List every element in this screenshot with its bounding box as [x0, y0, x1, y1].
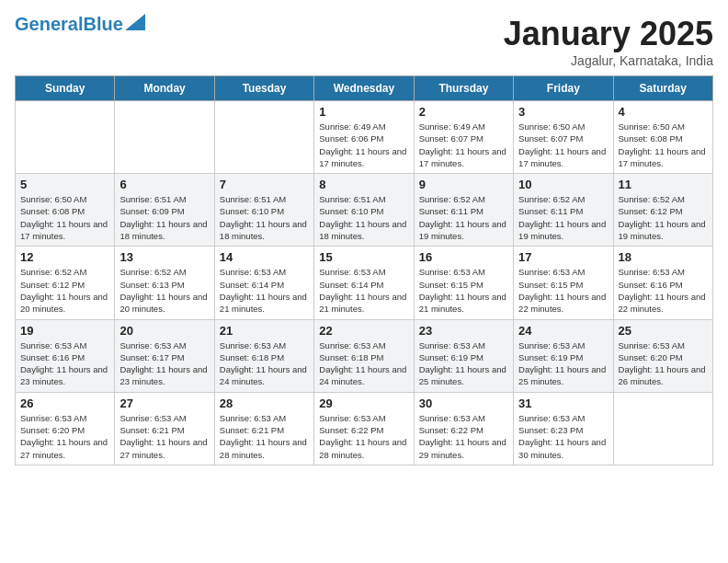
day-number: 4 — [619, 105, 708, 119]
calendar-day-cell: 1Sunrise: 6:49 AM Sunset: 6:06 PM Daylig… — [314, 101, 414, 174]
day-number: 28 — [220, 396, 309, 410]
day-info: Sunrise: 6:50 AM Sunset: 6:08 PM Dayligh… — [20, 193, 109, 242]
day-number: 6 — [119, 178, 209, 191]
day-number: 30 — [419, 396, 508, 410]
calendar-day-cell: 11Sunrise: 6:52 AM Sunset: 6:12 PM Dayli… — [613, 174, 712, 247]
day-info: Sunrise: 6:53 AM Sunset: 6:22 PM Dayligh… — [319, 412, 408, 461]
day-number: 7 — [220, 178, 309, 191]
day-number: 1 — [319, 105, 408, 119]
calendar-week-row: 12Sunrise: 6:52 AM Sunset: 6:12 PM Dayli… — [16, 247, 713, 319]
day-info: Sunrise: 6:51 AM Sunset: 6:10 PM Dayligh… — [220, 193, 309, 242]
calendar-day-cell: 2Sunrise: 6:49 AM Sunset: 6:07 PM Daylig… — [414, 101, 513, 174]
day-number: 16 — [419, 250, 508, 264]
day-number: 3 — [518, 105, 608, 119]
day-info: Sunrise: 6:52 AM Sunset: 6:12 PM Dayligh… — [20, 266, 109, 315]
calendar-day-cell: 5Sunrise: 6:50 AM Sunset: 6:08 PM Daylig… — [16, 174, 115, 247]
day-of-week-header: Sunday — [16, 76, 115, 101]
calendar-day-cell: 28Sunrise: 6:53 AM Sunset: 6:21 PM Dayli… — [214, 392, 313, 465]
calendar-day-cell: 26Sunrise: 6:53 AM Sunset: 6:20 PM Dayli… — [16, 392, 115, 465]
day-number: 25 — [619, 324, 708, 338]
day-info: Sunrise: 6:53 AM Sunset: 6:16 PM Dayligh… — [619, 266, 708, 315]
calendar-week-row: 1Sunrise: 6:49 AM Sunset: 6:06 PM Daylig… — [16, 101, 713, 174]
calendar-day-cell: 15Sunrise: 6:53 AM Sunset: 6:14 PM Dayli… — [314, 247, 414, 319]
day-number: 22 — [319, 324, 408, 338]
title-block: January 2025 Jagalur, Karnataka, India — [504, 15, 713, 68]
day-number: 18 — [619, 250, 708, 264]
day-number: 10 — [518, 178, 608, 191]
calendar-day-cell — [115, 101, 214, 174]
day-number: 27 — [119, 396, 209, 410]
day-info: Sunrise: 6:53 AM Sunset: 6:14 PM Dayligh… — [319, 266, 408, 315]
calendar-day-cell: 20Sunrise: 6:53 AM Sunset: 6:17 PM Dayli… — [115, 319, 214, 392]
calendar-day-cell: 30Sunrise: 6:53 AM Sunset: 6:22 PM Dayli… — [414, 392, 513, 465]
day-info: Sunrise: 6:53 AM Sunset: 6:20 PM Dayligh… — [619, 339, 708, 388]
day-info: Sunrise: 6:52 AM Sunset: 6:13 PM Dayligh… — [119, 266, 209, 315]
calendar-day-cell: 19Sunrise: 6:53 AM Sunset: 6:16 PM Dayli… — [16, 319, 115, 392]
calendar-day-cell: 23Sunrise: 6:53 AM Sunset: 6:19 PM Dayli… — [414, 319, 513, 392]
svg-marker-0 — [125, 14, 145, 30]
day-number: 9 — [419, 178, 508, 191]
day-info: Sunrise: 6:53 AM Sunset: 6:19 PM Dayligh… — [419, 339, 508, 388]
day-number: 11 — [619, 178, 708, 191]
calendar-day-cell: 22Sunrise: 6:53 AM Sunset: 6:18 PM Dayli… — [314, 319, 414, 392]
calendar-day-cell: 25Sunrise: 6:53 AM Sunset: 6:20 PM Dayli… — [613, 319, 712, 392]
calendar-day-cell: 16Sunrise: 6:53 AM Sunset: 6:15 PM Dayli… — [414, 247, 513, 319]
day-number: 2 — [419, 105, 508, 119]
day-info: Sunrise: 6:49 AM Sunset: 6:06 PM Dayligh… — [319, 121, 408, 169]
day-number: 21 — [220, 324, 309, 338]
calendar-day-cell: 17Sunrise: 6:53 AM Sunset: 6:15 PM Dayli… — [514, 247, 613, 319]
day-of-week-header: Saturday — [613, 76, 712, 101]
day-number: 13 — [119, 250, 209, 264]
day-number: 12 — [20, 250, 109, 264]
calendar-day-cell — [613, 392, 712, 465]
day-number: 8 — [319, 178, 408, 191]
calendar-day-cell: 31Sunrise: 6:53 AM Sunset: 6:23 PM Dayli… — [514, 392, 613, 465]
day-number: 24 — [518, 324, 608, 338]
day-info: Sunrise: 6:51 AM Sunset: 6:10 PM Dayligh… — [319, 193, 408, 242]
day-of-week-header: Thursday — [414, 76, 513, 101]
day-info: Sunrise: 6:53 AM Sunset: 6:19 PM Dayligh… — [518, 339, 608, 388]
day-number: 26 — [20, 396, 109, 410]
calendar-day-cell: 10Sunrise: 6:52 AM Sunset: 6:11 PM Dayli… — [514, 174, 613, 247]
logo-wing-icon — [125, 14, 145, 30]
day-info: Sunrise: 6:53 AM Sunset: 6:18 PM Dayligh… — [319, 339, 408, 388]
day-info: Sunrise: 6:53 AM Sunset: 6:21 PM Dayligh… — [220, 412, 309, 461]
day-info: Sunrise: 6:53 AM Sunset: 6:18 PM Dayligh… — [220, 339, 309, 388]
calendar-table: SundayMondayTuesdayWednesdayThursdayFrid… — [15, 75, 713, 465]
month-title: January 2025 — [504, 15, 713, 53]
day-info: Sunrise: 6:52 AM Sunset: 6:11 PM Dayligh… — [518, 193, 608, 242]
day-number: 17 — [518, 250, 608, 264]
day-info: Sunrise: 6:50 AM Sunset: 6:07 PM Dayligh… — [518, 121, 608, 169]
day-info: Sunrise: 6:53 AM Sunset: 6:22 PM Dayligh… — [419, 412, 508, 461]
day-info: Sunrise: 6:49 AM Sunset: 6:07 PM Dayligh… — [419, 121, 508, 169]
calendar-day-cell: 7Sunrise: 6:51 AM Sunset: 6:10 PM Daylig… — [214, 174, 313, 247]
calendar-day-cell: 18Sunrise: 6:53 AM Sunset: 6:16 PM Dayli… — [613, 247, 712, 319]
calendar-day-cell: 27Sunrise: 6:53 AM Sunset: 6:21 PM Dayli… — [115, 392, 214, 465]
day-number: 23 — [419, 324, 508, 338]
day-info: Sunrise: 6:53 AM Sunset: 6:14 PM Dayligh… — [220, 266, 309, 315]
day-info: Sunrise: 6:53 AM Sunset: 6:17 PM Dayligh… — [119, 339, 209, 388]
calendar-header-row: SundayMondayTuesdayWednesdayThursdayFrid… — [16, 76, 713, 101]
day-number: 19 — [20, 324, 109, 338]
page-header: GeneralBlue January 2025 Jagalur, Karnat… — [15, 15, 713, 68]
day-number: 15 — [319, 250, 408, 264]
calendar-day-cell: 29Sunrise: 6:53 AM Sunset: 6:22 PM Dayli… — [314, 392, 414, 465]
day-number: 20 — [119, 324, 209, 338]
day-info: Sunrise: 6:53 AM Sunset: 6:15 PM Dayligh… — [518, 266, 608, 315]
day-info: Sunrise: 6:53 AM Sunset: 6:16 PM Dayligh… — [20, 339, 109, 388]
calendar-day-cell: 6Sunrise: 6:51 AM Sunset: 6:09 PM Daylig… — [115, 174, 214, 247]
day-info: Sunrise: 6:53 AM Sunset: 6:21 PM Dayligh… — [119, 412, 209, 461]
day-info: Sunrise: 6:50 AM Sunset: 6:08 PM Dayligh… — [619, 121, 708, 169]
day-of-week-header: Wednesday — [314, 76, 414, 101]
day-of-week-header: Monday — [115, 76, 214, 101]
calendar-day-cell: 12Sunrise: 6:52 AM Sunset: 6:12 PM Dayli… — [16, 247, 115, 319]
calendar-week-row: 26Sunrise: 6:53 AM Sunset: 6:20 PM Dayli… — [16, 392, 713, 465]
day-of-week-header: Friday — [514, 76, 613, 101]
calendar-day-cell — [214, 101, 313, 174]
calendar-day-cell: 4Sunrise: 6:50 AM Sunset: 6:08 PM Daylig… — [613, 101, 712, 174]
day-info: Sunrise: 6:53 AM Sunset: 6:15 PM Dayligh… — [419, 266, 508, 315]
logo: GeneralBlue — [15, 15, 145, 33]
day-of-week-header: Tuesday — [214, 76, 313, 101]
location-subtitle: Jagalur, Karnataka, India — [504, 53, 713, 68]
calendar-day-cell: 8Sunrise: 6:51 AM Sunset: 6:10 PM Daylig… — [314, 174, 414, 247]
